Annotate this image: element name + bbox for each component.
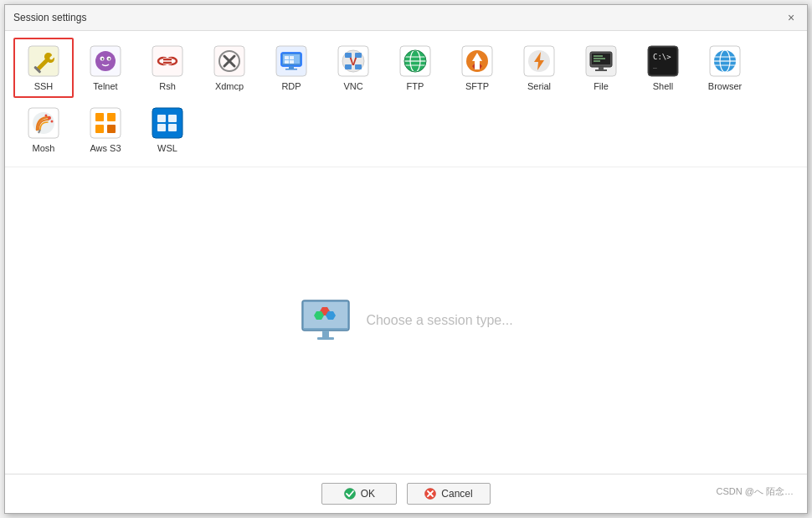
- cancel-x-icon: [424, 488, 436, 500]
- svg-rect-80: [157, 124, 166, 131]
- rdp-icon: [275, 44, 308, 78]
- close-button[interactable]: ×: [784, 10, 799, 25]
- svg-point-70: [51, 121, 54, 123]
- svg-rect-72: [90, 108, 121, 138]
- svg-rect-78: [157, 115, 166, 122]
- svg-rect-23: [285, 69, 297, 70]
- ftp-icon: [398, 44, 432, 78]
- rsh-icon: [151, 44, 184, 78]
- svg-rect-74: [107, 113, 116, 121]
- rdp-label: RDP: [281, 81, 301, 91]
- svg-rect-27: [290, 60, 294, 64]
- svg-rect-31: [345, 53, 352, 58]
- svg-rect-22: [289, 66, 294, 69]
- svg-rect-73: [95, 113, 104, 121]
- main-content-area: Choose a session type...: [5, 167, 807, 474]
- svg-rect-76: [107, 125, 116, 133]
- title-bar: Session settings ×: [5, 5, 807, 31]
- session-item-rdp[interactable]: RDP: [261, 38, 321, 98]
- telnet-icon: [89, 44, 122, 78]
- svg-point-68: [48, 116, 51, 120]
- svg-text:C:\>: C:\>: [653, 53, 671, 61]
- xdmcp-icon: [213, 44, 246, 78]
- svg-rect-77: [152, 108, 182, 138]
- browser-icon: [708, 44, 742, 78]
- svg-rect-54: [599, 67, 604, 69]
- brand-text: CSDN @へ 陌念…: [717, 485, 794, 498]
- svg-rect-33: [345, 64, 352, 69]
- rsh-label: Rsh: [159, 81, 176, 91]
- placeholder-text: Choose a session type...: [366, 313, 512, 328]
- cancel-label: Cancel: [441, 488, 472, 500]
- session-item-ftp[interactable]: FTP: [385, 38, 445, 98]
- svg-rect-81: [168, 124, 177, 131]
- session-item-aws-s3[interactable]: Aws S3: [75, 100, 136, 160]
- svg-rect-32: [355, 53, 362, 58]
- session-item-mosh[interactable]: Mosh: [13, 100, 74, 160]
- session-item-xdmcp[interactable]: Xdmcp: [199, 38, 260, 98]
- telnet-label: Telnet: [93, 81, 117, 91]
- file-label: File: [594, 81, 609, 91]
- svg-rect-24: [285, 56, 289, 59]
- ok-check-icon: [344, 488, 356, 500]
- mosh-label: Mosh: [33, 143, 55, 153]
- serial-label: Serial: [527, 81, 551, 91]
- session-item-browser[interactable]: Browser: [695, 38, 755, 98]
- session-item-ssh[interactable]: SSH: [13, 38, 74, 98]
- svg-point-7: [109, 59, 110, 60]
- ssh-icon: [27, 44, 60, 78]
- sftp-icon: [460, 44, 494, 78]
- svg-point-6: [102, 59, 104, 60]
- footer-buttons: OK Cancel: [321, 483, 490, 505]
- session-item-sftp[interactable]: SFTP: [447, 38, 507, 98]
- session-item-vnc[interactable]: V VNC: [323, 38, 383, 98]
- cancel-button[interactable]: Cancel: [407, 483, 490, 505]
- svg-rect-79: [168, 115, 177, 122]
- svg-text:_: _: [653, 61, 657, 69]
- file-icon: [584, 44, 618, 78]
- shell-icon: C:\> _: [646, 44, 680, 78]
- sftp-label: SFTP: [465, 81, 489, 91]
- svg-rect-87: [322, 331, 329, 337]
- session-settings-dialog: Session settings × SSH: [4, 4, 808, 514]
- session-item-serial[interactable]: Serial: [509, 38, 569, 98]
- session-type-list: SSH Telnet: [5, 31, 807, 167]
- wsl-label: WSL: [157, 143, 177, 153]
- browser-label: Browser: [708, 81, 742, 91]
- svg-point-3: [95, 51, 116, 71]
- session-item-file[interactable]: File: [571, 38, 631, 98]
- svg-point-69: [45, 115, 48, 117]
- session-item-telnet[interactable]: Telnet: [75, 38, 136, 98]
- svg-rect-26: [285, 60, 289, 64]
- dialog-title: Session settings: [13, 12, 86, 23]
- wsl-icon: [151, 106, 184, 140]
- session-item-shell[interactable]: C:\> _ Shell: [633, 38, 693, 98]
- mosh-icon: [27, 106, 60, 140]
- placeholder-area: Choose a session type...: [299, 294, 512, 347]
- footer: OK Cancel CSDN @へ 陌念…: [5, 474, 807, 513]
- session-item-rsh[interactable]: Rsh: [137, 38, 198, 98]
- shell-label: Shell: [653, 81, 673, 91]
- svg-rect-34: [355, 64, 362, 69]
- svg-rect-25: [290, 56, 294, 59]
- vnc-icon: V: [337, 44, 370, 78]
- ok-label: OK: [361, 488, 375, 500]
- svg-rect-75: [95, 125, 104, 133]
- session-item-wsl[interactable]: WSL: [137, 100, 198, 160]
- serial-icon: [522, 44, 556, 78]
- ftp-label: FTP: [407, 81, 424, 91]
- svg-rect-55: [595, 69, 607, 71]
- aws-s3-label: Aws S3: [90, 143, 121, 153]
- xdmcp-label: Xdmcp: [215, 81, 244, 91]
- aws-s3-icon: [89, 106, 122, 140]
- vnc-label: VNC: [343, 81, 362, 91]
- svg-rect-88: [317, 337, 334, 340]
- ssh-label: SSH: [34, 81, 54, 91]
- ok-button[interactable]: OK: [321, 483, 397, 505]
- placeholder-monitor-icon: [299, 294, 352, 347]
